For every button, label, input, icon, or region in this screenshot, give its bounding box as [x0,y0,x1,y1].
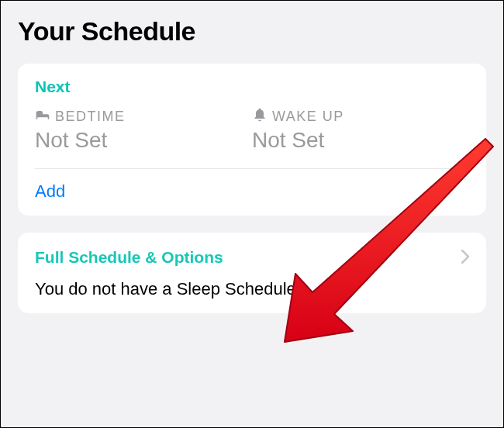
full-schedule-card[interactable]: Full Schedule & Options You do not have … [18,233,486,313]
page-title: Your Schedule [18,16,486,47]
bedtime-column: BEDTIME Not Set [35,107,252,153]
bedtime-label: BEDTIME [55,109,126,125]
wakeup-column: WAKE UP Not Set [252,107,469,153]
bedtime-label-row: BEDTIME [35,107,252,126]
add-button[interactable]: Add [35,181,469,202]
wakeup-value: Not Set [252,128,469,153]
full-schedule-header: Full Schedule & Options [35,248,223,267]
divider [35,168,469,169]
bell-icon [252,107,268,126]
bedtime-value: Not Set [35,128,252,153]
times-row: BEDTIME Not Set WAKE UP Not Set [35,107,469,153]
next-header: Next [35,78,469,96]
full-schedule-header-row: Full Schedule & Options [35,247,469,268]
chevron-right-icon [461,247,469,268]
wakeup-label: WAKE UP [272,109,344,125]
schedule-status-text: You do not have a Sleep Schedule. [35,279,469,299]
bed-icon [35,107,50,126]
next-schedule-card: Next BEDTIME Not Set WAKE UP Not Set Add [18,64,486,216]
wakeup-label-row: WAKE UP [252,107,469,126]
